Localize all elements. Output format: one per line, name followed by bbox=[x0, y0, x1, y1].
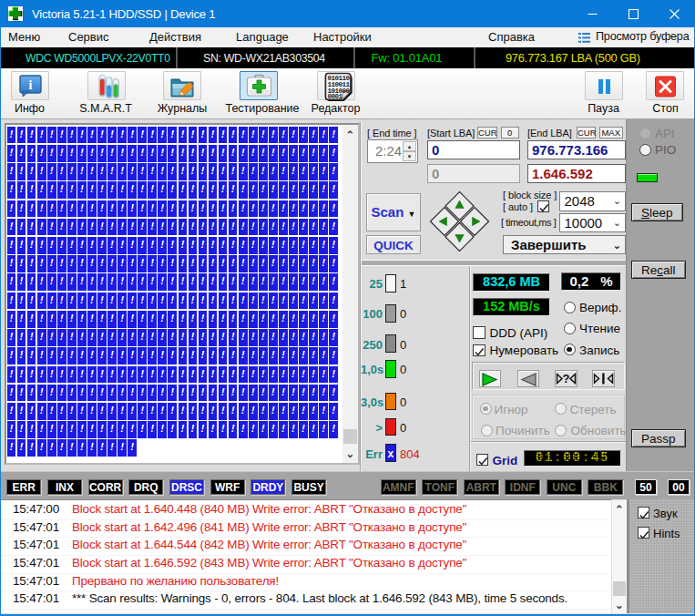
svg-text:i: i bbox=[29, 77, 33, 91]
svg-text:?: ? bbox=[563, 372, 570, 385]
svg-text:0001: 0001 bbox=[327, 93, 342, 100]
